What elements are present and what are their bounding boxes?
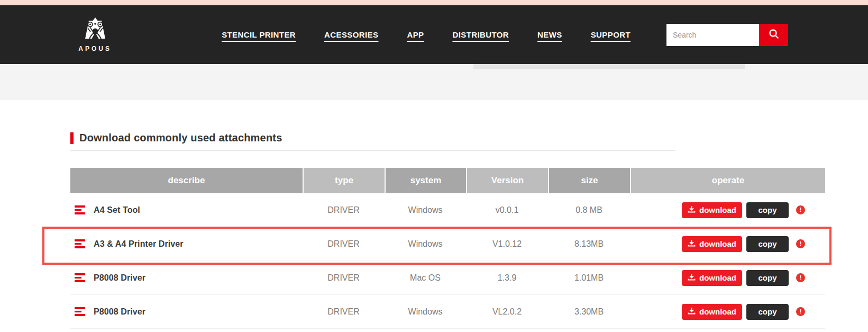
operate-cell: download copy ! xyxy=(630,304,825,320)
system-cell: Windows xyxy=(385,205,466,215)
brand-name: APOUS xyxy=(78,45,112,52)
col-header-size: size xyxy=(548,168,630,193)
download-button[interactable]: download xyxy=(682,304,742,320)
alert-icon[interactable]: ! xyxy=(796,205,805,214)
brand-logo[interactable]: APOUS xyxy=(74,17,116,52)
list-lines-icon xyxy=(75,205,85,214)
nav-distributor[interactable]: DISTRIBUTOR xyxy=(452,30,509,39)
type-cell: DRIVER xyxy=(303,273,385,283)
type-cell: DRIVER xyxy=(303,239,385,249)
table-row: A4 Set Tool DRIVER Windows v0.0.1 0.8 MB… xyxy=(70,193,825,227)
table-row: P8008 Driver DRIVER Windows VL2.0.2 3.30… xyxy=(70,295,825,329)
file-name: P8008 Driver xyxy=(94,273,145,283)
system-cell: Windows xyxy=(385,239,466,249)
top-banner-strip xyxy=(0,0,868,5)
downloads-table: describe type system Version size operat… xyxy=(70,168,825,329)
size-cell: 8.13MB xyxy=(548,239,630,249)
list-lines-icon xyxy=(75,307,85,316)
download-icon xyxy=(688,205,696,214)
search-icon xyxy=(768,28,780,41)
download-label: download xyxy=(699,239,736,248)
col-header-operate: operate xyxy=(630,168,825,193)
alert-icon[interactable]: ! xyxy=(796,307,805,316)
col-header-type: type xyxy=(303,168,385,193)
file-name: P8008 Driver xyxy=(94,307,145,317)
alert-icon[interactable]: ! xyxy=(796,239,805,248)
type-cell: DRIVER xyxy=(303,307,385,317)
describe-cell: P8008 Driver xyxy=(70,273,303,283)
owl-logo-icon xyxy=(80,17,110,44)
version-cell: 1.3.9 xyxy=(466,273,548,283)
search-input[interactable] xyxy=(666,24,759,46)
nav-news[interactable]: NEWS xyxy=(537,30,562,39)
version-cell: V1.0.12 xyxy=(466,239,548,249)
main-nav: STENCIL PRINTER ACESSORIES APP DISTRIBUT… xyxy=(222,30,631,39)
version-cell: v0.0.1 xyxy=(466,205,548,215)
describe-cell: A3 & A4 Printer Driver xyxy=(70,239,303,249)
copy-button[interactable]: copy xyxy=(746,202,789,218)
table-row: P8008 Driver DRIVER Mac OS 1.3.9 1.01MB … xyxy=(70,261,825,295)
system-cell: Windows xyxy=(385,307,466,317)
download-button[interactable]: download xyxy=(682,202,742,218)
file-name: A4 Set Tool xyxy=(94,205,140,215)
subheader-band xyxy=(0,64,868,100)
table-header-row: describe type system Version size operat… xyxy=(70,168,825,193)
list-lines-icon xyxy=(75,239,85,248)
search-button[interactable] xyxy=(759,24,788,46)
describe-cell: A4 Set Tool xyxy=(70,205,303,215)
col-header-describe: describe xyxy=(70,168,303,193)
download-icon xyxy=(688,273,696,282)
download-icon xyxy=(688,239,696,248)
nav-app[interactable]: APP xyxy=(407,30,424,39)
nav-acessories[interactable]: ACESSORIES xyxy=(324,30,378,39)
size-cell: 0.8 MB xyxy=(548,205,630,215)
page-title: Download commonly used attachments xyxy=(79,132,282,144)
file-name: A3 & A4 Printer Driver xyxy=(94,239,184,249)
type-cell: DRIVER xyxy=(303,205,385,215)
heading-accent-bar xyxy=(70,132,74,144)
heading-divider xyxy=(70,150,675,151)
dropdown-remnant-strip xyxy=(473,64,745,69)
size-cell: 3.30MB xyxy=(548,307,630,317)
operate-cell: download copy ! xyxy=(630,270,825,286)
col-header-system: system xyxy=(385,168,466,193)
system-cell: Mac OS xyxy=(385,273,466,283)
search-bar xyxy=(666,24,788,46)
download-label: download xyxy=(699,205,736,214)
download-icon xyxy=(688,307,696,316)
version-cell: VL2.0.2 xyxy=(466,307,548,317)
size-cell: 1.01MB xyxy=(548,273,630,283)
main-content: Download commonly used attachments descr… xyxy=(0,132,868,329)
copy-button[interactable]: copy xyxy=(746,236,789,252)
download-button[interactable]: download xyxy=(682,236,742,252)
download-label: download xyxy=(699,307,736,316)
table-row-highlighted: A3 & A4 Printer Driver DRIVER Windows V1… xyxy=(70,227,825,261)
alert-icon[interactable]: ! xyxy=(796,273,805,282)
copy-button[interactable]: copy xyxy=(746,304,789,320)
section-heading: Download commonly used attachments xyxy=(70,132,868,144)
operate-cell: download copy ! xyxy=(630,202,825,218)
operate-cell: download copy ! xyxy=(630,236,825,252)
copy-button[interactable]: copy xyxy=(746,270,789,286)
describe-cell: P8008 Driver xyxy=(70,307,303,317)
nav-stencil-printer[interactable]: STENCIL PRINTER xyxy=(222,30,296,39)
download-label: download xyxy=(699,273,736,282)
download-button[interactable]: download xyxy=(682,270,742,286)
list-lines-icon xyxy=(75,273,85,282)
site-header: APOUS STENCIL PRINTER ACESSORIES APP DIS… xyxy=(0,5,868,64)
col-header-version: Version xyxy=(466,168,548,193)
nav-support[interactable]: SUPPORT xyxy=(591,30,631,39)
